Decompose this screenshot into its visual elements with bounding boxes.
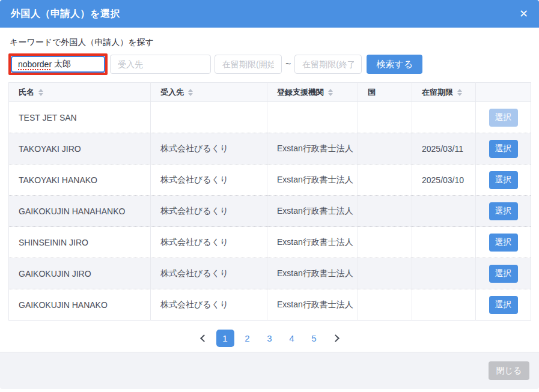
cell-country <box>358 102 412 133</box>
column-header-国: 国 <box>358 83 412 102</box>
cell-agency: Exstan行政書士法人 <box>267 289 358 321</box>
cell-period <box>412 258 476 289</box>
select-button[interactable]: 選択 <box>489 265 518 283</box>
cell-name: GAIKOKUJIN JIRO <box>9 258 151 289</box>
cell-country <box>358 133 412 164</box>
select-button[interactable]: 選択 <box>489 140 518 158</box>
select-button[interactable]: 選択 <box>489 296 518 314</box>
page-button-1[interactable]: 1 <box>216 330 234 347</box>
period-start-input[interactable] <box>215 55 282 74</box>
select-button[interactable]: 選択 <box>489 202 518 220</box>
select-foreigner-modal: 外国人（申請人）を選択 ✕ キーワードで外国人（申請人）を探す noborder… <box>0 0 539 389</box>
cell-accept-company: 株式会社びるくり <box>151 227 267 258</box>
keyword-input-highlight-box: noborder 太郎 <box>8 53 108 75</box>
page-button-3[interactable]: 3 <box>261 330 279 347</box>
table-row: TAKOYAKI JIRO株式会社びるくりExstan行政書士法人2025/03… <box>9 133 531 164</box>
range-separator: ~ <box>285 59 291 70</box>
cell-select: 選択 <box>476 164 531 196</box>
chevron-left-icon <box>200 334 208 342</box>
search-section-label: キーワードで外国人（申請人）を探す <box>10 37 531 48</box>
period-end-input[interactable] <box>294 55 362 74</box>
keyword-input[interactable]: noborder 太郎 <box>11 56 105 73</box>
foreigner-table: 氏名受入先登録支援機関国在留期限 TEST JET SAN選択TAKOYAKI … <box>8 82 531 321</box>
cell-agency: Exstan行政書士法人 <box>267 258 358 289</box>
modal-footer: 閉じる <box>0 352 539 389</box>
cell-period: 2025/03/11 <box>412 133 476 164</box>
cell-accept-company: 株式会社びるくり <box>151 289 267 321</box>
modal-body: キーワードで外国人（申請人）を探す noborder 太郎 ~ 検索する 氏名受… <box>0 28 539 352</box>
prev-page-button[interactable] <box>194 330 212 347</box>
select-button: 選択 <box>489 109 518 127</box>
page-button-4[interactable]: 4 <box>283 330 301 347</box>
cell-period <box>412 289 476 321</box>
modal-title: 外国人（申請人）を選択 <box>11 8 120 20</box>
cell-agency: Exstan行政書士法人 <box>267 227 358 258</box>
close-modal-button[interactable]: 閉じる <box>489 361 529 380</box>
cell-name: TEST JET SAN <box>9 102 151 133</box>
table-row: TEST JET SAN選択 <box>9 102 531 133</box>
cell-name: TAKOYAKI JIRO <box>9 133 151 164</box>
page-numbers: 12345 <box>216 330 323 347</box>
table-row: SHINSEININ JIRO株式会社びるくりExstan行政書士法人選択 <box>9 227 531 258</box>
cell-name: GAIKOKUJIN HANAKO <box>9 289 151 321</box>
table-row: TAKOYAKI HANAKO株式会社びるくりExstan行政書士法人2025/… <box>9 164 531 196</box>
cell-period <box>412 196 476 227</box>
table-body: TEST JET SAN選択TAKOYAKI JIRO株式会社びるくりExsta… <box>9 102 531 321</box>
column-header-受入先[interactable]: 受入先 <box>151 83 267 102</box>
cell-select: 選択 <box>476 196 531 227</box>
table-row: GAIKOKUJIN HANAHANKO株式会社びるくりExstan行政書士法人… <box>9 196 531 227</box>
search-button[interactable]: 検索する <box>367 55 422 74</box>
page-button-2[interactable]: 2 <box>239 330 257 347</box>
page-button-5[interactable]: 5 <box>305 330 323 347</box>
select-button[interactable]: 選択 <box>489 171 518 189</box>
column-header-label: 国 <box>368 88 376 97</box>
next-page-button[interactable] <box>327 330 346 347</box>
cell-agency: Exstan行政書士法人 <box>267 133 358 164</box>
cell-agency <box>267 102 358 133</box>
cell-select: 選択 <box>476 133 531 164</box>
column-header-氏名[interactable]: 氏名 <box>9 83 151 102</box>
table-header-row: 氏名受入先登録支援機関国在留期限 <box>9 83 531 102</box>
column-header-select <box>476 83 531 102</box>
cell-agency: Exstan行政書士法人 <box>267 164 358 196</box>
cell-country <box>358 289 412 321</box>
select-button[interactable]: 選択 <box>489 234 518 252</box>
cell-agency: Exstan行政書士法人 <box>267 196 358 227</box>
keyword-input-misspelled-text: noborder <box>18 59 52 69</box>
cell-name: GAIKOKUJIN HANAHANKO <box>9 196 151 227</box>
column-header-label: 登録支援機関 <box>277 88 324 97</box>
chevron-right-icon <box>332 334 340 342</box>
accept-company-input[interactable] <box>110 55 211 74</box>
column-header-label: 氏名 <box>19 88 34 97</box>
column-header-在留期限[interactable]: 在留期限 <box>412 83 476 102</box>
cell-select: 選択 <box>476 289 531 321</box>
modal-header: 外国人（申請人）を選択 ✕ <box>0 0 539 28</box>
sort-icon[interactable] <box>457 89 462 96</box>
column-header-label: 受入先 <box>160 88 184 97</box>
cell-accept-company <box>151 102 267 133</box>
table-row: GAIKOKUJIN JIRO株式会社びるくりExstan行政書士法人選択 <box>9 258 531 289</box>
cell-select: 選択 <box>476 227 531 258</box>
keyword-input-rest-text: 太郎 <box>54 59 71 70</box>
cell-country <box>358 258 412 289</box>
sort-icon[interactable] <box>38 89 43 96</box>
cell-country <box>358 227 412 258</box>
cell-select: 選択 <box>476 258 531 289</box>
column-header-label: 在留期限 <box>422 88 453 97</box>
column-header-登録支援機関[interactable]: 登録支援機関 <box>267 83 358 102</box>
cell-period: 2025/03/10 <box>412 164 476 196</box>
cell-name: TAKOYAKI HANAKO <box>9 164 151 196</box>
cell-period <box>412 227 476 258</box>
cell-name: SHINSEININ JIRO <box>9 227 151 258</box>
cell-accept-company: 株式会社びるくり <box>151 258 267 289</box>
close-icon[interactable]: ✕ <box>519 8 528 19</box>
table-row: GAIKOKUJIN HANAKO株式会社びるくりExstan行政書士法人選択 <box>9 289 531 321</box>
sort-icon[interactable] <box>188 89 193 96</box>
cell-accept-company: 株式会社びるくり <box>151 164 267 196</box>
sort-icon[interactable] <box>328 89 333 96</box>
cell-select: 選択 <box>476 102 531 133</box>
cell-period <box>412 102 476 133</box>
cell-accept-company: 株式会社びるくり <box>151 196 267 227</box>
pagination: 12345 <box>8 330 531 347</box>
cell-country <box>358 196 412 227</box>
